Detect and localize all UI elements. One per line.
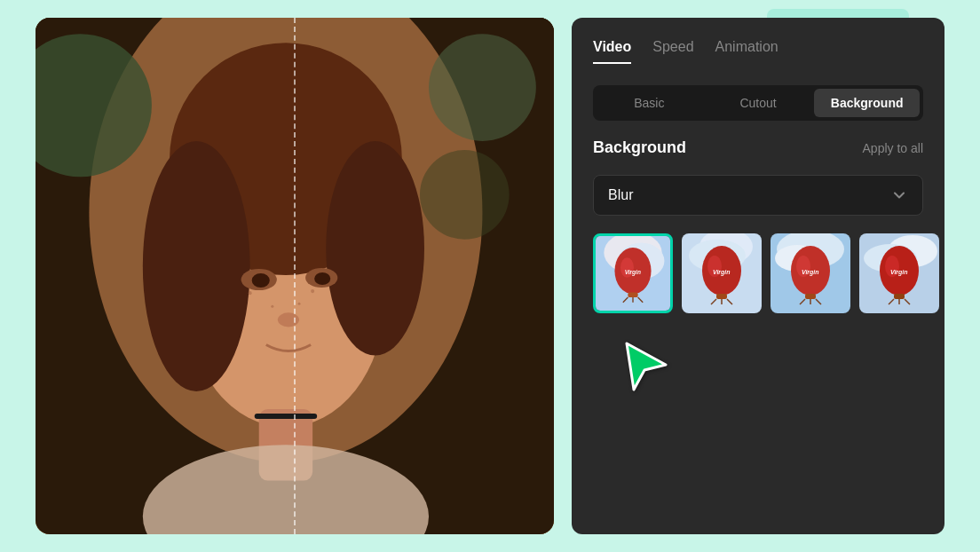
thumbnail-2[interactable]: Virgin — [682, 233, 762, 313]
tab-speed[interactable]: Speed — [652, 39, 693, 64]
main-tabs: Video Speed Animation — [593, 39, 923, 67]
balloon-svg-2: Virgin — [682, 233, 762, 313]
tab-animation[interactable]: Animation — [715, 39, 778, 64]
svg-rect-46 — [805, 294, 816, 299]
svg-point-4 — [143, 141, 250, 391]
svg-point-15 — [271, 305, 273, 308]
apply-all-link[interactable]: Apply to all — [863, 141, 923, 155]
svg-rect-36 — [716, 294, 727, 299]
blur-dropdown[interactable]: Blur — [593, 175, 923, 216]
thumbnail-4[interactable]: Virgin — [859, 233, 939, 313]
chevron-down-icon — [890, 186, 908, 204]
dropdown-value: Blur — [608, 187, 633, 203]
svg-point-11 — [314, 272, 330, 285]
thumbnail-1[interactable]: Virgin — [593, 233, 673, 313]
selection-line — [294, 18, 296, 534]
svg-point-14 — [311, 289, 314, 293]
section-header: Background Apply to all — [593, 138, 923, 157]
sub-tab-cutout[interactable]: Cutout — [706, 89, 811, 117]
svg-point-12 — [278, 312, 299, 327]
svg-text:Virgin: Virgin — [625, 269, 641, 276]
thumbnails-row: Virgin Virgin — [593, 233, 923, 313]
cursor-icon — [620, 340, 673, 393]
photo-area — [36, 18, 554, 534]
svg-text:Virgin: Virgin — [802, 269, 819, 276]
svg-point-19 — [429, 34, 536, 141]
svg-rect-56 — [894, 294, 905, 299]
svg-text:Virgin: Virgin — [713, 269, 731, 276]
settings-panel: Video Speed Animation Basic Cutout Backg… — [572, 18, 944, 534]
svg-marker-61 — [627, 343, 666, 390]
svg-point-20 — [420, 150, 510, 240]
balloon-svg-4: Virgin — [859, 233, 939, 313]
svg-rect-17 — [255, 414, 317, 419]
sub-tabs: Basic Cutout Background — [593, 85, 923, 121]
section-title: Background — [593, 138, 686, 157]
main-container: Video Speed Animation Basic Cutout Backg… — [36, 18, 944, 534]
balloon-svg-3: Virgin — [771, 233, 850, 313]
svg-rect-26 — [628, 292, 637, 297]
sub-tab-basic[interactable]: Basic — [597, 89, 702, 117]
svg-point-5 — [326, 141, 424, 356]
tab-video[interactable]: Video — [593, 39, 631, 64]
svg-text:Virgin: Virgin — [890, 269, 908, 276]
balloon-svg-1: Virgin — [596, 236, 670, 311]
sub-tab-background[interactable]: Background — [814, 89, 920, 117]
svg-point-16 — [298, 303, 301, 305]
svg-point-13 — [249, 291, 252, 295]
svg-point-10 — [252, 273, 270, 288]
thumbnail-3[interactable]: Virgin — [771, 233, 850, 313]
